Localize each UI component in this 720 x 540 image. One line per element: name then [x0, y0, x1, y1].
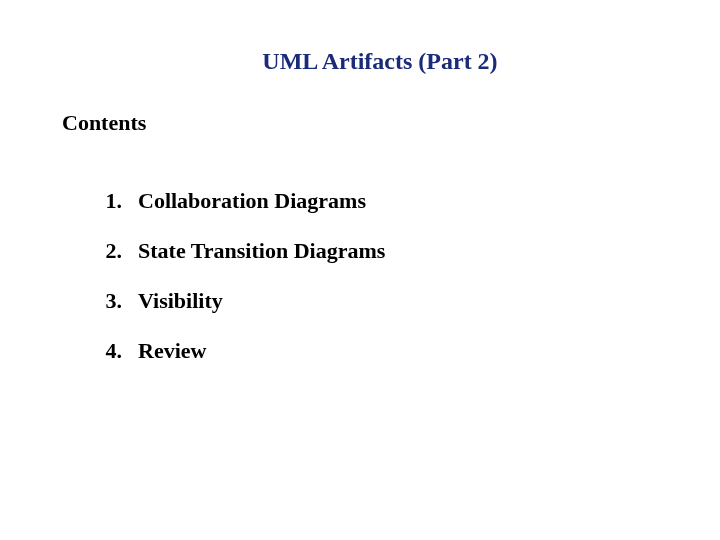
contents-list: 1. Collaboration Diagrams 2. State Trans… — [92, 188, 385, 388]
list-item-label: Visibility — [138, 288, 223, 314]
page-title: UML Artifacts (Part 2) — [0, 48, 720, 75]
list-item: 3. Visibility — [92, 288, 385, 314]
list-item-number: 4. — [92, 338, 122, 364]
list-item: 1. Collaboration Diagrams — [92, 188, 385, 214]
contents-heading: Contents — [62, 110, 146, 136]
list-item-number: 1. — [92, 188, 122, 214]
list-item-label: State Transition Diagrams — [138, 238, 385, 264]
list-item-label: Review — [138, 338, 206, 364]
list-item-number: 3. — [92, 288, 122, 314]
list-item: 2. State Transition Diagrams — [92, 238, 385, 264]
list-item: 4. Review — [92, 338, 385, 364]
list-item-number: 2. — [92, 238, 122, 264]
list-item-label: Collaboration Diagrams — [138, 188, 366, 214]
